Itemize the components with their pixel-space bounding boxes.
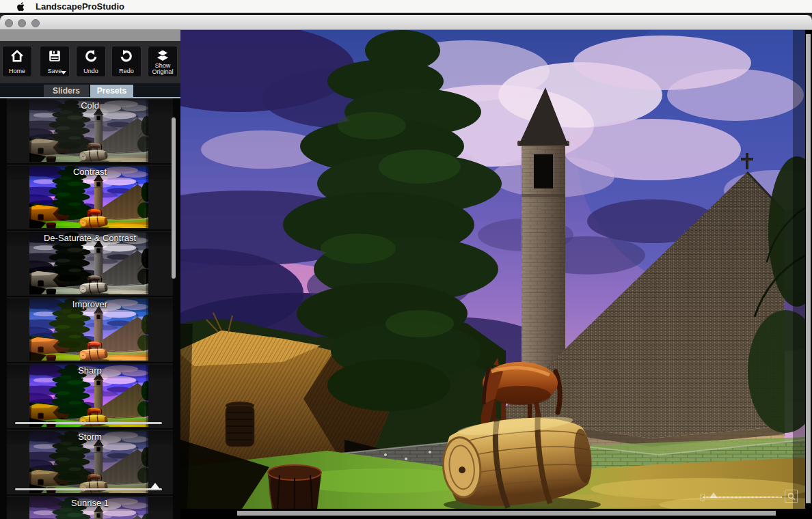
panel-top-strip: [0, 30, 180, 41]
zoom-control-overlay: [700, 488, 800, 505]
preset-label: Cold: [7, 100, 173, 111]
show-original-label: ShowOriginal: [148, 63, 177, 75]
minimize-button[interactable]: [18, 19, 26, 27]
tab-presets[interactable]: Presets: [90, 85, 133, 97]
close-button[interactable]: [5, 19, 13, 27]
canvas-vertical-scrollbar[interactable]: [806, 34, 811, 503]
redo-label: Redo: [112, 68, 141, 74]
save-icon: [40, 49, 69, 63]
preset-label: Improver: [7, 299, 173, 309]
undo-label: Undo: [77, 68, 105, 74]
left-panel: Home Save Undo: [0, 30, 180, 519]
zoom-magnifier-button[interactable]: [785, 490, 798, 503]
zoom-button[interactable]: [31, 19, 40, 27]
undo-icon: [77, 49, 105, 63]
toolbar: Home Save Undo: [0, 41, 180, 83]
preset-improver[interactable]: Improver: [7, 297, 173, 362]
preset-label: Contrast: [7, 167, 173, 177]
preset-sunrise-1[interactable]: Sunrise 1: [7, 496, 173, 519]
preset-list-scrollbar[interactable]: [172, 117, 176, 279]
home-button[interactable]: Home: [2, 46, 32, 77]
show-original-button[interactable]: ShowOriginal: [148, 46, 178, 77]
preset-strength-slider[interactable]: [15, 488, 162, 490]
app-title: LandscapeProStudio: [36, 0, 124, 13]
preset-cold[interactable]: Cold: [7, 98, 173, 163]
undo-button[interactable]: Undo: [76, 46, 106, 77]
preset-list: Cold Contrast De-Saturate & Contrast Imp…: [0, 98, 180, 519]
preset-sharp[interactable]: Sharp: [7, 363, 173, 428]
menu-bar: LandscapeProStudio: [0, 0, 812, 13]
zoom-slider-handle[interactable]: [709, 492, 718, 498]
magnifier-icon: [787, 492, 796, 501]
save-button[interactable]: Save: [40, 46, 70, 77]
photo-canvas: [180, 30, 812, 519]
preset-storm[interactable]: Storm: [7, 430, 173, 494]
canvas-horizontal-scrollbar[interactable]: [237, 511, 776, 516]
redo-icon: [112, 49, 141, 63]
preset-strength-handle[interactable]: [150, 483, 160, 489]
preset-label: Sharp: [7, 365, 173, 376]
home-label: Home: [3, 68, 31, 74]
preset-strength-slider[interactable]: [15, 422, 162, 424]
window-titlebar[interactable]: [0, 15, 812, 30]
home-icon: [3, 49, 31, 63]
tab-bar: Sliders Presets: [0, 83, 180, 97]
landscapeprostudio-app: LandscapeProStudio Home: [0, 0, 812, 519]
preset-desaturate-contrast[interactable]: De-Saturate & Contrast: [7, 231, 173, 296]
preset-label: Storm: [7, 432, 173, 442]
preset-contrast[interactable]: Contrast: [7, 165, 173, 229]
tab-sliders[interactable]: Sliders: [44, 85, 89, 97]
show-original-icon: [148, 49, 177, 63]
preset-label: Sunrise 1: [7, 498, 173, 508]
apple-icon[interactable]: [16, 1, 26, 12]
save-dropdown-caret[interactable]: [61, 71, 66, 74]
window-content: Home Save Undo: [0, 30, 812, 519]
redo-button[interactable]: Redo: [111, 46, 141, 77]
preset-label: De-Saturate & Contrast: [7, 233, 173, 243]
landscape-photo[interactable]: [180, 30, 805, 509]
